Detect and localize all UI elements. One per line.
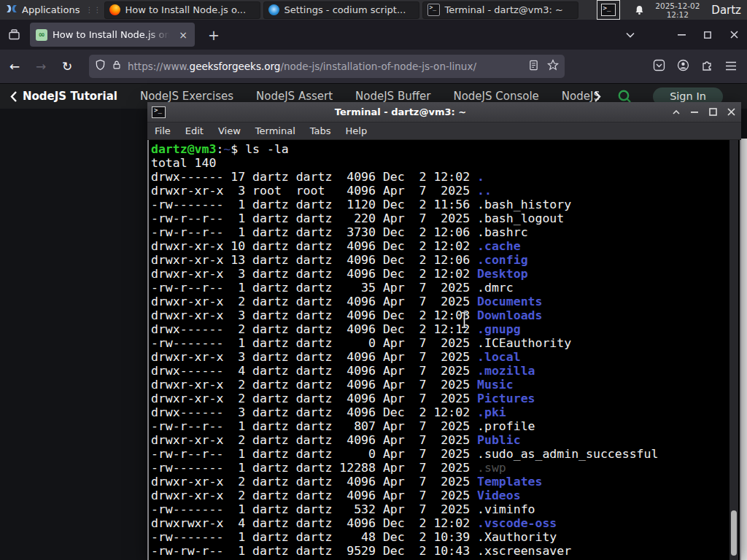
terminal-menu-view[interactable]: View <box>211 125 248 136</box>
terminal-output-line: drwx------ 2 dartz dartz 4096 Dec 2 12:1… <box>151 322 740 336</box>
listing-detail: -rw------- 1 dartz dartz 532 Apr 7 2025 <box>151 502 477 516</box>
listing-detail: -rw-rw-r-- 1 dartz dartz 9529 Dec 2 10:4… <box>151 544 477 558</box>
listing-filename: .sudo_as_admin_successful <box>477 447 658 461</box>
terminal-menu-help[interactable]: Help <box>338 125 375 136</box>
terminal-output-line: drwxr-xr-x 2 dartz dartz 4096 Apr 7 2025… <box>151 489 740 502</box>
terminal-output-line: -rw------- 1 dartz dartz 0 Apr 7 2025 .I… <box>151 336 740 350</box>
listing-filename: Public <box>477 433 521 447</box>
terminal-scrollbar[interactable] <box>729 140 738 560</box>
shade-window-icon[interactable] <box>670 106 682 118</box>
terminal-output-line: drwxr-xr-x 2 dartz dartz 4096 Apr 7 2025… <box>151 475 740 489</box>
account-icon[interactable] <box>677 59 689 74</box>
terminal-output-line: -rw-r--r-- 1 dartz dartz 807 Apr 7 2025 … <box>151 419 740 433</box>
applications-label: Applications <box>22 4 80 15</box>
terminal-output-line: drwxrwxr-x 4 dartz dartz 4096 Dec 2 12:0… <box>151 516 740 530</box>
nav-scroll-right-icon[interactable] <box>595 91 601 102</box>
listing-filename: Downloads <box>477 308 542 322</box>
panel-clock[interactable]: 2025-12-02 12:12 <box>655 1 700 19</box>
lock-icon[interactable] <box>112 59 122 74</box>
tray-terminal-icon[interactable] <box>597 0 620 20</box>
panel-window-button-firefox[interactable]: How to Install Node.js o... <box>104 1 260 19</box>
terminal-glyph-icon <box>601 4 616 16</box>
terminal-output-line: drwxr-xr-x 3 dartz dartz 4096 Apr 7 2025… <box>151 350 740 364</box>
panel-user-label[interactable]: Dartz <box>711 4 741 17</box>
listing-detail: drwxr-xr-x 3 dartz dartz 4096 Dec 2 12:0… <box>151 308 477 322</box>
extensions-puzzle-icon[interactable] <box>701 59 713 74</box>
listing-detail: drwxr-xr-x 2 dartz dartz 4096 Apr 7 2025 <box>151 378 477 392</box>
terminal-menu-bar: FileEditViewTerminalTabsHelp <box>147 122 741 140</box>
terminal-output-line: drwxr-xr-x 2 dartz dartz 4096 Apr 7 2025… <box>151 392 740 405</box>
window-button-label: Settings - codium script... <box>284 4 406 15</box>
site-nav-items: NodeJS TutorialNodeJS ExercisesNodeJS As… <box>23 90 599 103</box>
firefox-icon <box>109 4 120 15</box>
site-nav-item[interactable]: NodeJS Console <box>453 90 538 103</box>
listing-detail: -rw-r--r-- 1 dartz dartz 220 Apr 7 2025 <box>151 211 477 225</box>
terminal-menu-file[interactable]: File <box>147 125 178 136</box>
forward-icon[interactable]: → <box>29 55 53 78</box>
terminal-content[interactable]: dartz@vm3:~$ ls -la total 140 drwx------… <box>147 140 741 560</box>
site-nav-item[interactable]: NodeJS Tutorial <box>23 90 117 103</box>
hamburger-menu-icon[interactable] <box>725 60 737 74</box>
terminal-output-line: -rw------- 1 dartz dartz 532 Apr 7 2025 … <box>151 502 740 516</box>
shield-icon[interactable] <box>95 59 106 74</box>
terminal-output-line: drwx------ 4 dartz dartz 4096 Apr 7 2025… <box>151 364 740 378</box>
geeksforgeeks-favicon: ∞ <box>36 29 47 41</box>
terminal-title: Terminal - dartz@vm3: ~ <box>147 106 654 117</box>
terminal-title-bar[interactable]: Terminal - dartz@vm3: ~ <box>147 102 741 122</box>
panel-window-button-terminal[interactable]: Terminal - dartz@vm3: ~ <box>422 1 578 19</box>
panel-window-button-codium[interactable]: Settings - codium script... <box>263 1 419 19</box>
toolbar-right-icons <box>653 59 747 74</box>
nav-scroll-left-icon[interactable] <box>10 91 17 102</box>
listing-filename: .bash_history <box>477 198 571 211</box>
close-terminal-icon[interactable] <box>725 106 737 118</box>
terminal-output-line: -rw------- 1 dartz dartz 1120 Dec 2 11:5… <box>151 198 740 211</box>
listing-filename: .vscode-oss <box>477 516 557 530</box>
listing-detail: drwxr-xr-x 3 dartz dartz 4096 Dec 2 12:0… <box>151 267 477 281</box>
terminal-listing: drwx------ 17 dartz dartz 4096 Dec 2 12:… <box>151 170 740 558</box>
page-scrollbar[interactable] <box>741 139 747 560</box>
terminal-prompt-line: dartz@vm3:~$ ls -la <box>151 142 740 156</box>
terminal-scrollbar-thumb[interactable] <box>731 510 737 556</box>
terminal-menu-terminal[interactable]: Terminal <box>248 125 303 136</box>
listing-filename: Documents <box>477 295 542 308</box>
new-tab-button[interactable]: + <box>208 27 220 43</box>
maximize-terminal-icon[interactable] <box>707 106 719 118</box>
bookmark-star-icon[interactable] <box>547 59 559 74</box>
reader-view-icon[interactable] <box>529 60 538 74</box>
terminal-output-line: -rw-r--r-- 1 dartz dartz 220 Apr 7 2025 … <box>151 211 740 225</box>
terminal-output-line: drwxr-xr-x 2 dartz dartz 4096 Apr 7 2025… <box>151 295 740 308</box>
close-window-icon[interactable] <box>721 20 747 50</box>
site-nav-item[interactable]: NodeJS Crypto <box>562 90 599 103</box>
listing-filename: Templates <box>477 475 542 489</box>
listing-detail: drwxr-xr-x 3 dartz dartz 4096 Apr 7 2025 <box>151 350 477 364</box>
listing-filename: .pki <box>477 405 506 419</box>
firefox-view-icon[interactable] <box>7 28 21 42</box>
listing-filename: .profile <box>477 419 535 433</box>
browser-tab-active[interactable]: ∞ How to Install Node.js on × <box>30 23 195 47</box>
tab-close-icon[interactable]: × <box>177 29 189 41</box>
site-nav-item[interactable]: NodeJS Assert <box>256 90 333 103</box>
listing-filename: .xscreensaver <box>477 544 571 558</box>
pocket-save-icon[interactable] <box>653 59 665 74</box>
site-nav-item[interactable]: NodeJS Exercises <box>140 90 233 103</box>
terminal-menu-tabs[interactable]: Tabs <box>303 125 338 136</box>
notification-bell-icon[interactable] <box>634 4 645 16</box>
listing-filename: .bash_logout <box>477 211 564 225</box>
maximize-window-icon[interactable] <box>694 20 721 50</box>
window-controls <box>617 20 747 50</box>
applications-menu-button[interactable]: Applications <box>0 0 85 20</box>
mouse-cursor-ibeam <box>460 311 469 332</box>
terminal-menu-edit[interactable]: Edit <box>178 125 211 136</box>
listing-filename: Videos <box>477 489 521 502</box>
url-bar[interactable]: https://www.geeksforgeeks.org/node-js/in… <box>89 55 565 78</box>
listing-detail: -rw------- 1 dartz dartz 1120 Dec 2 11:5… <box>151 198 477 211</box>
reload-icon[interactable]: ↻ <box>55 55 79 78</box>
listing-detail: drwxr-xr-x 2 dartz dartz 4096 Apr 7 2025 <box>151 295 477 308</box>
back-icon[interactable]: ← <box>3 55 26 78</box>
minimize-window-icon[interactable] <box>668 20 694 50</box>
list-tabs-chevron-icon[interactable] <box>617 20 643 50</box>
site-nav-item[interactable]: NodeJS Buffer <box>355 90 430 103</box>
minimize-terminal-icon[interactable] <box>689 106 700 118</box>
terminal-output-line: drwxr-xr-x 2 dartz dartz 4096 Apr 7 2025… <box>151 433 740 447</box>
terminal-icon <box>427 4 440 16</box>
